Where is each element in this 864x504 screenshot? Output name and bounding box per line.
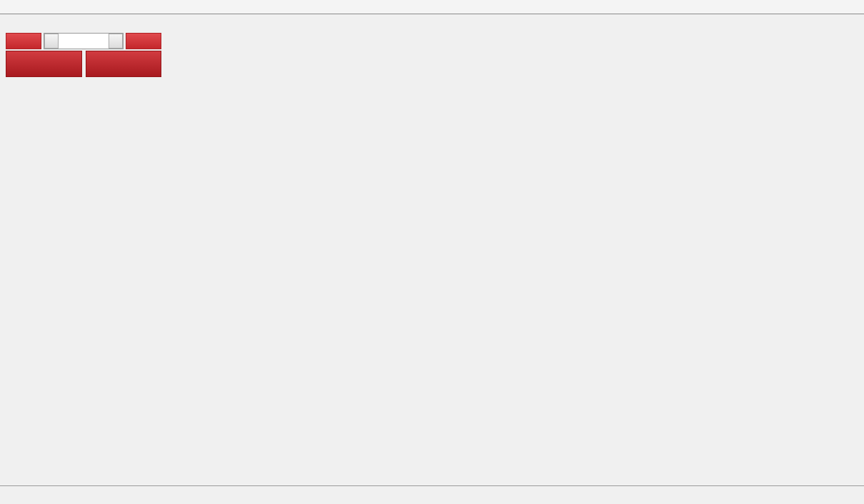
one-click-trading-panel — [6, 33, 161, 77]
sell-button[interactable] — [6, 33, 41, 49]
volume-spinner — [44, 33, 124, 49]
chart-canvas[interactable] — [0, 14, 864, 485]
buy-price-box[interactable] — [86, 51, 162, 77]
chart-tab-bar — [0, 485, 864, 504]
volume-input[interactable] — [59, 34, 109, 49]
chart-window — [0, 14, 864, 485]
volume-decrease-icon[interactable] — [44, 34, 59, 49]
trading-terminal — [0, 0, 864, 504]
buy-button[interactable] — [126, 33, 161, 49]
timeframe-toolbar — [0, 0, 864, 14]
sell-price-box[interactable] — [6, 51, 82, 77]
volume-increase-icon[interactable] — [109, 34, 123, 49]
